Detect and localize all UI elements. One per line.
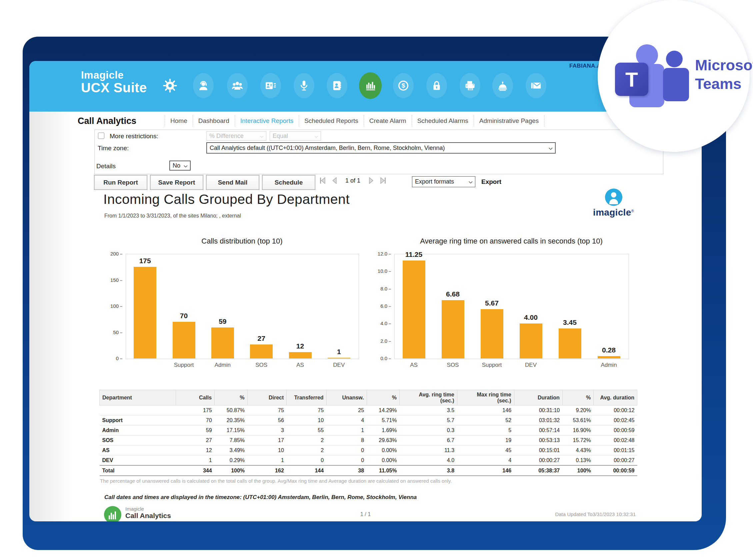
table-cell: 75 <box>287 405 326 415</box>
billing-icon[interactable]: $ <box>393 73 414 98</box>
export-formats-value: Export formats <box>415 178 454 185</box>
run-report-button[interactable]: Run Report <box>94 175 147 190</box>
tab-administrative-pages[interactable]: Administrative Pages <box>474 115 544 126</box>
table-cell: 1 <box>176 455 215 466</box>
table-cell: 4.0 <box>400 455 457 466</box>
export-formats-select[interactable]: Export formats⌵ <box>412 176 475 187</box>
chevron-down-icon: ⌵ <box>260 133 263 139</box>
column-header: Avg. ring time (sec.) <box>400 390 457 405</box>
table-cell: 00:00:27 <box>594 455 637 466</box>
hotel-bell-icon[interactable] <box>493 73 513 98</box>
table-row: Support7020.35%561045.71%5.75203:01:3253… <box>100 415 637 425</box>
table-cell: 27 <box>176 435 215 445</box>
send-mail-button[interactable]: Send Mail <box>206 175 259 190</box>
table-row: Admin5917.15%35511.69%0.3500:57:1416.90%… <box>100 425 637 435</box>
pagination: 1 of 1 <box>318 177 387 184</box>
tab-scheduled-alarms[interactable]: Scheduled Alarms <box>412 115 474 126</box>
table-cell: 3.49% <box>215 445 247 455</box>
last-page-icon[interactable] <box>379 177 387 184</box>
bar-value-label: 27 <box>245 335 278 342</box>
table-cell: 144 <box>287 465 326 476</box>
x-axis-category-label: SOS <box>433 362 473 368</box>
table-cell: 38 <box>326 465 367 476</box>
contact-card-icon[interactable] <box>260 73 281 98</box>
tab-home[interactable]: Home <box>165 115 193 126</box>
table-cell: 00:00:12 <box>594 405 637 415</box>
people-icon[interactable] <box>227 73 248 98</box>
table-cell: 0.13% <box>562 455 594 466</box>
department-table: DepartmentCalls%DirectTransferredUnansw.… <box>99 390 637 476</box>
gear-icon[interactable] <box>160 73 180 98</box>
x-axis-category-label: DEV <box>511 362 551 368</box>
mail-icon[interactable] <box>526 73 546 98</box>
y-axis-tick: 10.0 <box>374 268 391 274</box>
lock-icon[interactable] <box>426 73 447 98</box>
save-report-button[interactable]: Save Report <box>150 175 203 190</box>
teams-wordmark: Microsoft Teams <box>695 56 753 94</box>
svg-text:$: $ <box>402 82 405 89</box>
table-cell: AS <box>100 445 176 455</box>
address-book-icon[interactable] <box>327 73 347 98</box>
bar-Support <box>481 309 503 358</box>
table-cell: 4 <box>457 455 514 466</box>
nav-tabs: HomeDashboardInteractive ReportsSchedule… <box>165 115 544 126</box>
table-cell: 29.63% <box>367 435 399 445</box>
bar-SOS <box>250 344 273 358</box>
imagicle-brand: imagicle® <box>589 188 638 218</box>
schedule-button[interactable]: Schedule <box>262 175 315 190</box>
bar-value-label: 59 <box>206 318 239 325</box>
imagicle-ucx-suite-logo: Imagicle UCX Suite <box>81 69 147 95</box>
page-footer: Imagicle Call Analytics 1 / 1 Data Updat… <box>69 504 662 521</box>
table-cell: 59 <box>176 425 215 435</box>
column-header: % <box>215 390 247 405</box>
table-cell: 3.8 <box>400 465 457 476</box>
tab-dashboard[interactable]: Dashboard <box>193 115 235 126</box>
table-cell: 7.85% <box>215 435 247 445</box>
analytics-icon[interactable] <box>359 72 382 99</box>
imagicle-wordmark: imagicle® <box>589 207 638 218</box>
table-cell: 5.7 <box>400 415 457 425</box>
table-cell: 00:31:10 <box>514 405 562 415</box>
table-cell: 2 <box>287 445 326 455</box>
microsoft-teams-badge: T Microsoft Teams <box>598 0 750 152</box>
table-cell: 4 <box>326 415 367 425</box>
tab-interactive-reports[interactable]: Interactive Reports <box>235 115 299 126</box>
details-select[interactable]: No⌵ <box>169 161 191 171</box>
export-label[interactable]: Export <box>481 178 501 185</box>
microphone-icon[interactable] <box>294 73 314 98</box>
bar-value-label: 6.68 <box>436 290 470 298</box>
details-select-value: No <box>173 162 180 169</box>
next-page-icon[interactable] <box>368 177 374 184</box>
prev-page-icon[interactable] <box>331 177 337 184</box>
difference-select-value: % Difference <box>209 133 244 140</box>
data-updated-label: Data Updated To3/31/2023 10:32:31 <box>555 512 636 517</box>
timezone-select[interactable]: Call Analytics default ((UTC+01:00) Amst… <box>206 142 556 154</box>
table-cell: 9.20% <box>562 405 594 415</box>
agent-icon[interactable] <box>193 73 214 98</box>
tab-scheduled-reports[interactable]: Scheduled Reports <box>299 115 364 126</box>
y-axis-tick: 0 <box>105 356 122 361</box>
table-cell: 100% <box>215 465 247 476</box>
table-row: 17550.87%75752514.29%3.514600:31:109.20%… <box>100 405 637 415</box>
x-axis-category-label: AS <box>394 362 434 368</box>
table-cell: 00:00:27 <box>514 455 562 466</box>
timezone-select-value: Call Analytics default ((UTC+01:00) Amst… <box>210 145 445 152</box>
table-cell: 16.90% <box>562 425 594 435</box>
bar-value-label: 11.25 <box>397 251 431 259</box>
table-cell: 162 <box>247 465 287 476</box>
table-cell: 5.71% <box>367 415 399 425</box>
table-cell: 45 <box>457 445 514 455</box>
table-cell: 03:01:32 <box>514 415 562 425</box>
table-cell: 55 <box>287 425 326 435</box>
table-cell: 15.72% <box>562 435 594 445</box>
bar-value-label: 12 <box>284 342 317 350</box>
bar-DEV <box>520 323 542 358</box>
y-axis-tick: 150 <box>105 277 122 283</box>
first-page-icon[interactable] <box>318 177 327 184</box>
table-cell: 3 <box>247 425 287 435</box>
difference-select: % Difference⌵ <box>206 131 266 141</box>
tab-create-alarm[interactable]: Create Alarm <box>364 115 412 126</box>
fax-icon[interactable] <box>460 73 480 98</box>
more-restrictions-checkbox[interactable] <box>98 133 104 139</box>
table-cell: SOS <box>100 435 176 445</box>
